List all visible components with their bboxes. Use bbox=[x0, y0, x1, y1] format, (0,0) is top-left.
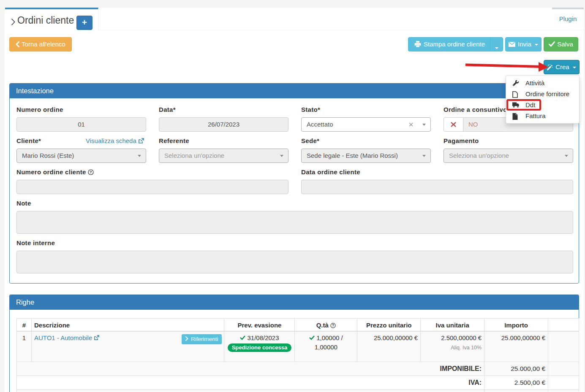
svg-text:?: ? bbox=[332, 323, 334, 327]
svg-text:?: ? bbox=[90, 170, 92, 174]
